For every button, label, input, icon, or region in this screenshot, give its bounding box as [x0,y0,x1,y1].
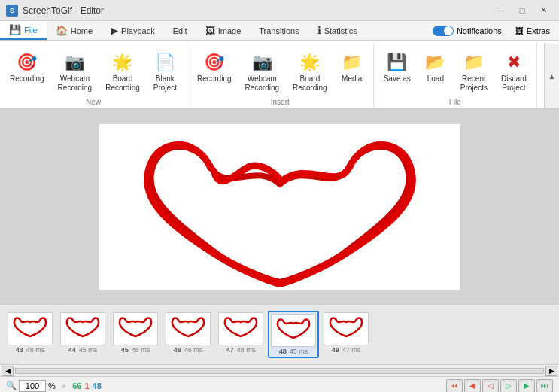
tab-transitions[interactable]: Transitions [250,21,308,40]
statistics-tab-label: Statistics [324,26,357,35]
frame-43-img [8,312,53,345]
webcam-recording-button[interactable]: 📷 WebcamRecording [53,47,98,96]
frame-49-info: 49 47 ms [332,346,361,354]
tab-file[interactable]: 💾 File [0,21,47,40]
load-icon: 📂 [425,50,445,74]
statistics-tab-icon: ℹ [317,25,321,36]
nav-first-button[interactable]: ⏮ [446,379,463,393]
frame-43-info: 43 48 ms [16,346,45,354]
frame-49[interactable]: 49 47 ms [321,311,372,358]
ribbon-group-file: 💾 Save as 📂 Load 📁 RecentProjects ✖ Disc… [374,44,537,108]
save-as-button[interactable]: 💾 Save as [378,47,416,87]
discard-label: DiscardProject [501,74,527,93]
maximize-button[interactable]: □ [512,3,532,18]
frame-47-info: 47 48 ms [226,346,256,354]
scrollbar-area: ◀ ▶ [0,364,559,376]
frame-44-info: 44 45 ms [68,346,98,354]
playback-tab-icon: ▶ [111,25,118,36]
insert-board-button[interactable]: 🌟 BoardRecording [287,47,333,96]
recent-projects-button[interactable]: 📁 RecentProjects [455,47,493,96]
scroll-track[interactable] [15,368,544,374]
discard-icon: ✖ [507,50,521,74]
file-tab-icon: 💾 [9,24,21,35]
frame-44[interactable]: 44 45 ms [57,311,108,358]
recent-projects-label: RecentProjects [460,74,488,93]
blank-label: BlankProject [153,74,177,93]
frame-47-img [218,312,263,345]
tab-edit[interactable]: Edit [164,21,196,40]
media-button[interactable]: 📁 Media [336,47,369,87]
frame-49-img [324,312,369,345]
ribbon-collapse-button[interactable]: ▲ [544,44,559,108]
scroll-right-button[interactable]: ▶ [545,366,557,376]
ribbon-group-insert: 🎯 Recording 📷 WebcamRecording 🌟 BoardRec… [187,44,374,108]
close-button[interactable]: ✕ [533,3,553,18]
ribbon-file-items: 💾 Save as 📂 Load 📁 RecentProjects ✖ Disc… [378,44,532,96]
home-tab-icon: 🏠 [56,25,68,36]
scroll-left-button[interactable]: ◀ [2,366,14,376]
load-button[interactable]: 📂 Load [419,47,452,87]
canvas-area [0,109,559,304]
webcam-label: WebcamRecording [58,74,93,93]
insert-webcam-icon: 📷 [252,50,272,74]
status-values: 66 1 48 [72,381,102,390]
insert-group-label: Insert [271,98,290,108]
frame-48[interactable]: 48 45 ms [268,311,319,358]
media-label: Media [342,74,362,84]
home-tab-label: Home [71,26,93,35]
app-icon: S [6,5,18,17]
load-label: Load [427,74,444,84]
notifications-toggle[interactable]: Notifications [427,24,508,38]
menu-bar: 💾 File 🏠 Home ▶ Playback Edit 🖼 Image Tr… [0,21,559,41]
app-title: ScreenToGif - Editor [23,5,491,16]
nav-prev-button[interactable]: ◀ [464,379,481,393]
menu-right-toggles: Notifications 🖼 Extras [427,21,559,40]
ribbon-insert-items: 🎯 Recording 📷 WebcamRecording 🌟 BoardRec… [192,44,369,96]
tab-playback[interactable]: ▶ Playback [102,21,164,40]
zoom-percent-symbol: % [48,381,56,390]
frame-45-img [113,312,158,345]
search-area: 🔍 % [6,380,56,392]
recording-button[interactable]: 🎯 Recording [5,47,50,87]
recording-label: Recording [10,74,44,84]
tab-image[interactable]: 🖼 Image [196,21,251,40]
edit-tab-label: Edit [173,26,187,35]
insert-webcam-button[interactable]: 📷 WebcamRecording [240,47,285,96]
tab-statistics[interactable]: ℹ Statistics [308,21,366,40]
board-recording-button[interactable]: 🌟 BoardRecording [100,47,145,96]
save-as-icon: 💾 [387,50,407,74]
ribbon: 🎯 Recording 📷 WebcamRecording 🌟 BoardRec… [0,41,559,109]
image-tab-label: Image [218,26,242,35]
insert-recording-button[interactable]: 🎯 Recording [192,47,237,87]
nav-last-button[interactable]: ⏭ [536,379,553,393]
status-bar: 🔍 % + 66 1 48 ⏮ ◀ ◁ ▷ ▶ ⏭ [0,376,559,392]
nav-next-button[interactable]: ▶ [518,379,535,393]
discard-project-button[interactable]: ✖ DiscardProject [496,47,532,96]
val-blue: 48 [93,381,102,390]
frame-47[interactable]: 47 48 ms [215,311,266,358]
zoom-input[interactable] [19,380,46,392]
extras-toggle[interactable]: 🖼 Extras [509,25,556,37]
board-label: BoardRecording [105,74,140,93]
webcam-icon: 📷 [65,50,85,74]
nav-play-fwd-button[interactable]: ▷ [500,379,517,393]
nav-play-back-button[interactable]: ◁ [482,379,499,393]
frame-48-img [271,314,316,347]
frame-43[interactable]: 43 48 ms [5,311,56,358]
frame-44-img [60,312,105,345]
search-icon: 🔍 [6,381,17,390]
frame-45[interactable]: 45 48 ms [110,311,161,358]
tab-home[interactable]: 🏠 Home [47,21,102,40]
frame-46[interactable]: 46 46 ms [163,311,214,358]
blank-project-button[interactable]: 📄 BlankProject [148,47,182,96]
minimize-button[interactable]: ─ [491,3,511,18]
canvas-content [99,124,460,290]
insert-board-icon: 🌟 [299,50,320,74]
filmstrip-scroll: 43 48 ms 44 45 ms 45 [0,308,376,361]
recording-icon: 🎯 [17,50,37,74]
title-bar: S ScreenToGif - Editor ─ □ ✕ [0,0,559,21]
new-group-label: New [86,98,101,108]
file-group-label: File [449,98,461,108]
ribbon-new-items: 🎯 Recording 📷 WebcamRecording 🌟 BoardRec… [5,44,182,96]
window-controls: ─ □ ✕ [491,3,553,18]
